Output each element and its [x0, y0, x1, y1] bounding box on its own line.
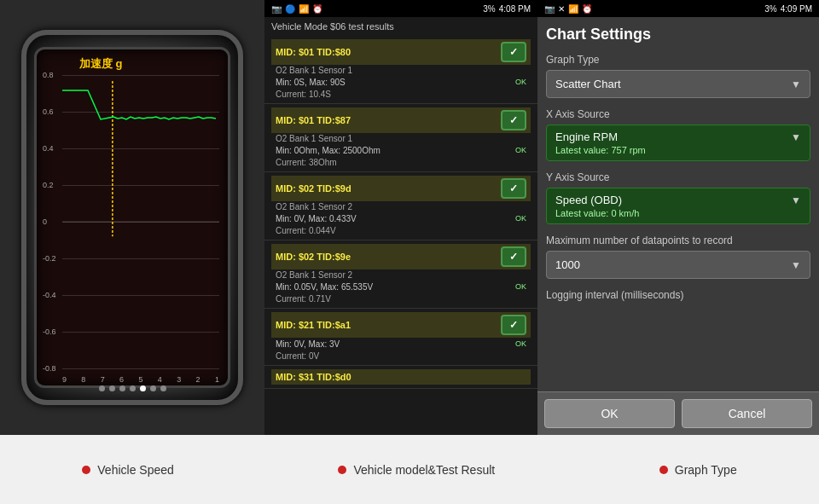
time-p3: 4:09 PM — [781, 4, 812, 14]
x-label-3: 3 — [177, 375, 181, 384]
settings-footer: OK Cancel — [537, 391, 819, 435]
ok-badge-2: ✓ — [501, 110, 526, 130]
status-icon-bt: 🔵 — [285, 4, 295, 14]
status-icon-wifi: 📶 — [299, 4, 309, 14]
test-item-4-range: Min: 0.05V, Max: 65.535V — [276, 282, 373, 292]
test-item-1-range: Min: 0S, Max: 90S — [276, 78, 346, 87]
test-item-5-range: Min: 0V, Max: 3V — [276, 339, 340, 349]
max-datapoints-dropdown[interactable]: 1000 ▼ — [546, 251, 810, 279]
test-item-3-sensor: O2 Bank 1 Sensor 2 — [271, 201, 531, 212]
test-item-3-detail: Min: 0V, Max: 0.433V OK — [271, 212, 531, 225]
test-item-5-current: Current: 0V — [271, 350, 531, 362]
status-icon-x-p3: ✕ — [558, 4, 565, 14]
status-bar-p2: 📷 🔵 📶 ⏰ 3% 4:08 PM — [264, 0, 537, 17]
max-datapoints-label: Maximum number of datapoints to record — [546, 235, 810, 246]
x-label-6: 6 — [119, 375, 124, 384]
test-ok-label-5: OK — [515, 339, 526, 349]
bottom-label-1: Vehicle Speed — [82, 463, 174, 477]
y-axis-latest: Latest value: 0 km/h — [555, 208, 801, 218]
max-datapoints-value: 1000 — [555, 258, 580, 271]
test-item-4-midtid: MID: $02 TID:$9e — [276, 252, 351, 262]
y-label-n02: -0.2 — [43, 254, 56, 263]
y-label-04: 0.4 — [43, 144, 54, 153]
battery-p3: 3% — [764, 4, 776, 14]
test-ok-label-4: OK — [515, 282, 526, 292]
test-item-5-header: MID: $21 TID:$a1 ✓ — [271, 312, 531, 338]
checkmark-3: ✓ — [509, 182, 518, 194]
y-label-n06: -0.6 — [43, 327, 56, 336]
status-bar-left-p2: 📷 🔵 📶 ⏰ — [271, 4, 322, 14]
test-item-4-sensor: O2 Bank 1 Sensor 2 — [271, 269, 531, 281]
test-item-2: MID: $01 TID:$87 ✓ O2 Bank 1 Sensor 1 Mi… — [264, 104, 537, 172]
test-item-1-sensor: O2 Bank 1 Sensor 1 — [271, 65, 531, 76]
cancel-button[interactable]: Cancel — [682, 399, 812, 428]
graph-type-label: Graph Type — [546, 54, 810, 66]
y-label-n08: -0.8 — [43, 364, 56, 373]
ok-button[interactable]: OK — [544, 399, 675, 428]
network-signal: 3% — [483, 4, 495, 14]
status-bar-right-p2: 3% 4:08 PM — [483, 4, 531, 14]
x-axis-chevron: ▼ — [791, 131, 801, 143]
panel2-title: Vehicle Mode $06 test results — [264, 17, 537, 36]
test-item-3: MID: $02 TID:$9d ✓ O2 Bank 1 Sensor 2 Mi… — [264, 172, 537, 240]
checkmark-1: ✓ — [509, 46, 518, 58]
pager-dot-5 — [140, 385, 146, 391]
x-label-2: 2 — [196, 375, 200, 384]
x-label-1: 1 — [215, 375, 219, 384]
y-axis-chevron: ▼ — [791, 194, 801, 206]
test-item-3-midtid: MID: $02 TID:$9d — [276, 183, 351, 194]
checkmark-4: ✓ — [509, 251, 518, 263]
pager-dot-2 — [109, 385, 115, 391]
graph-type-dropdown[interactable]: Scatter Chart ▼ — [546, 70, 810, 98]
pager-dot-3 — [119, 385, 125, 391]
y-label-08: 0.8 — [43, 71, 54, 79]
checkmark-2: ✓ — [509, 114, 518, 126]
x-axis-value: Engine RPM — [555, 130, 618, 143]
test-item-3-current: Current: 0.044V — [271, 225, 531, 236]
dot-3 — [659, 466, 668, 474]
test-item-4: MID: $02 TID:$9e ✓ O2 Bank 1 Sensor 2 Mi… — [264, 240, 537, 309]
x-label-8: 8 — [81, 375, 85, 384]
status-bar-p3: 📷 ✕ 📶 ⏰ 3% 4:09 PM — [537, 0, 819, 17]
pager-dot-6 — [150, 385, 156, 391]
chart-title: 加速度 g — [79, 56, 123, 72]
status-bar-right-p3: 3% 4:09 PM — [764, 4, 812, 14]
test-ok-label-2: OK — [515, 146, 526, 155]
test-item-4-header: MID: $02 TID:$9e ✓ — [271, 244, 531, 269]
pager-dot-1 — [99, 385, 105, 391]
test-item-1-detail: Min: 0S, Max: 90S OK — [271, 76, 531, 89]
label-vehicle-speed: Vehicle Speed — [97, 463, 174, 477]
graph-type-chevron: ▼ — [791, 78, 801, 90]
x-label-4: 4 — [158, 375, 162, 384]
test-item-5-midtid: MID: $21 TID:$a1 — [276, 320, 351, 330]
dot-2 — [338, 466, 346, 474]
status-icon-wifi-p3: 📶 — [568, 4, 578, 14]
chart-svg — [62, 75, 219, 368]
panel-vehicle-speed: 加速度 g 0.8 0.6 0.4 0.2 0 -0.2 -0.4 -0.6 -… — [0, 0, 264, 435]
gauge-outer: 加速度 g 0.8 0.6 0.4 0.2 0 -0.2 -0.4 -0.6 -… — [21, 30, 243, 405]
test-item-3-range: Min: 0V, Max: 0.433V — [276, 214, 357, 223]
test-item-1: MID: $01 TID:$80 ✓ O2 Bank 1 Sensor 1 Mi… — [264, 36, 537, 104]
dot-1 — [82, 466, 90, 474]
pager-dots — [26, 385, 238, 391]
status-bar-left-p3: 📷 ✕ 📶 ⏰ — [544, 4, 592, 14]
test-results-list[interactable]: MID: $01 TID:$80 ✓ O2 Bank 1 Sensor 1 Mi… — [264, 36, 537, 435]
y-label-0: 0 — [43, 217, 47, 226]
y-axis-dropdown[interactable]: Speed (OBD) ▼ Latest value: 0 km/h — [546, 188, 810, 224]
graph-type-value: Scatter Chart — [555, 78, 621, 90]
test-item-6: MID: $31 TID:$d0 — [264, 366, 537, 389]
x-label-7: 7 — [101, 375, 105, 384]
test-item-2-midtid: MID: $01 TID:$87 — [276, 115, 351, 125]
status-icon-alarm: ⏰ — [312, 4, 322, 14]
x-axis-dropdown[interactable]: Engine RPM ▼ Latest value: 757 rpm — [546, 125, 810, 161]
test-item-5-detail: Min: 0V, Max: 3V OK — [271, 338, 531, 350]
settings-title: Chart Settings — [546, 26, 810, 43]
test-item-2-detail: Min: 0Ohm, Max: 2500Ohm OK — [271, 144, 531, 157]
test-item-4-current: Current: 0.71V — [271, 293, 531, 304]
label-test-result: Vehicle model&Test Result — [353, 463, 495, 477]
chart-settings-body: Chart Settings Graph Type Scatter Chart … — [537, 17, 819, 391]
speed-chart: 加速度 g 0.8 0.6 0.4 0.2 0 -0.2 -0.4 -0.6 -… — [34, 47, 230, 388]
status-icon-alarm-p3: ⏰ — [582, 4, 592, 14]
x-label-5: 5 — [138, 375, 142, 384]
test-ok-label-1: OK — [515, 78, 526, 87]
